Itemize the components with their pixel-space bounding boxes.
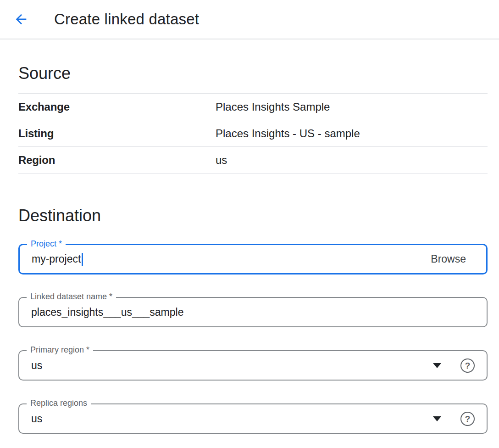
listing-label: Listing <box>18 127 216 140</box>
project-input[interactable]: my-project <box>32 253 81 265</box>
exchange-value: Places Insights Sample <box>216 101 330 113</box>
table-row-region: Region us <box>18 147 488 174</box>
exchange-label: Exchange <box>18 101 216 113</box>
help-circle-icon[interactable]: ? <box>460 412 475 426</box>
source-section-heading: Source <box>18 62 488 84</box>
back-button[interactable] <box>12 10 30 28</box>
project-field-label: Project * <box>27 239 66 249</box>
primary-region-value: us <box>31 359 42 372</box>
table-row-listing: Listing Places Insights - US - sample <box>18 120 488 147</box>
browse-button[interactable]: Browse <box>430 251 467 267</box>
arrow-back-icon <box>13 11 29 27</box>
listing-value: Places Insights - US - sample <box>216 127 360 140</box>
linked-dataset-name-label: Linked dataset name * <box>27 292 116 302</box>
chevron-down-icon <box>433 363 441 368</box>
region-value: us <box>216 154 227 167</box>
replica-regions-value: us <box>31 413 42 425</box>
region-label: Region <box>18 154 216 167</box>
linked-dataset-name-field[interactable]: Linked dataset name * places_insights___… <box>18 297 488 327</box>
page-title: Create linked dataset <box>54 11 199 28</box>
primary-region-label: Primary region * <box>27 345 93 355</box>
source-table: Exchange Places Insights Sample Listing … <box>18 93 488 174</box>
main-content: Source Exchange Places Insights Sample L… <box>0 62 499 434</box>
page-header: Create linked dataset <box>0 0 499 39</box>
primary-region-select[interactable]: Primary region * us ? <box>18 350 488 381</box>
destination-section-heading: Destination <box>18 205 488 227</box>
help-circle-icon[interactable]: ? <box>460 358 475 373</box>
chevron-down-icon <box>433 416 441 421</box>
project-field[interactable]: Project * my-project Browse <box>18 244 488 274</box>
linked-dataset-name-input[interactable]: places_insights___us___sample <box>31 306 183 319</box>
replica-regions-select[interactable]: Replica regions us ? <box>18 403 488 434</box>
text-cursor <box>82 253 83 266</box>
replica-regions-label: Replica regions <box>27 398 91 408</box>
table-row-exchange: Exchange Places Insights Sample <box>18 94 488 120</box>
